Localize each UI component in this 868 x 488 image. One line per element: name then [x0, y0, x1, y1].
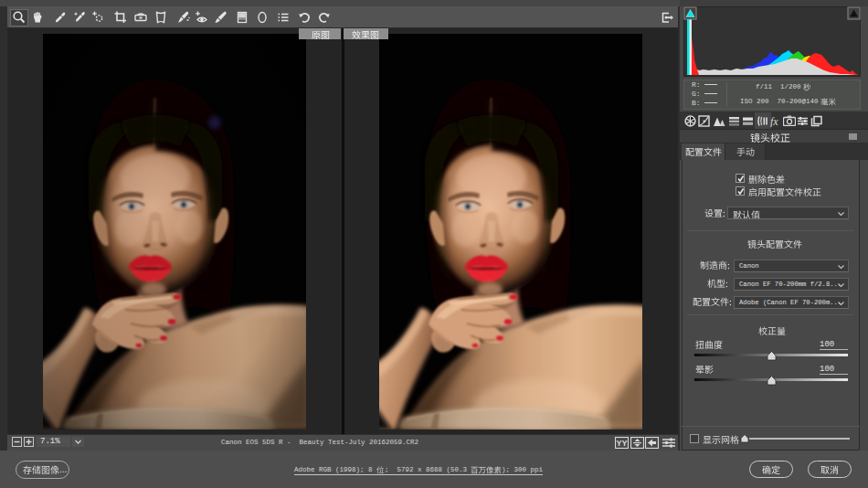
- svg-text:fx: fx: [770, 115, 778, 127]
- svg-text:YY: YY: [617, 439, 628, 448]
